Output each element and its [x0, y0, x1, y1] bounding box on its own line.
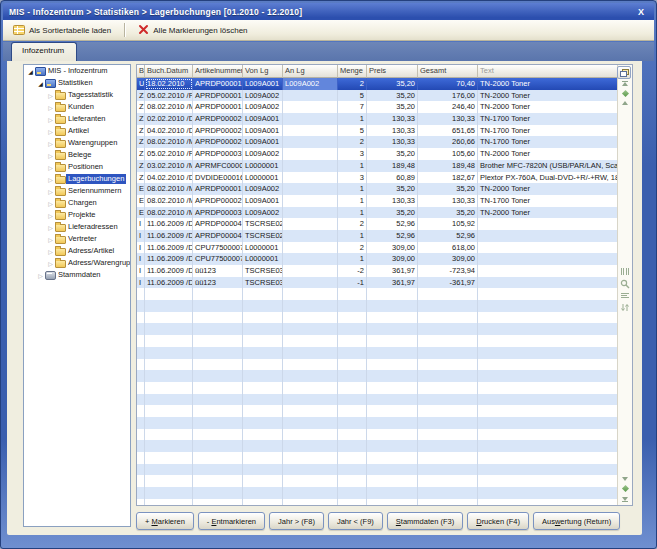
cell-von[interactable]: L0000001 [243, 172, 283, 184]
cell-flag[interactable]: I [137, 253, 145, 265]
cell-flag[interactable]: Z [137, 113, 145, 125]
cell-an[interactable] [283, 253, 338, 265]
cell-flag[interactable]: I [137, 218, 145, 230]
cell-menge[interactable]: 1 [338, 253, 367, 265]
cell-article[interactable] [193, 429, 243, 441]
cell-an[interactable] [283, 242, 338, 254]
table-empty-row[interactable] [137, 405, 618, 417]
cell-an[interactable] [283, 475, 338, 487]
clear-marks-button[interactable]: Alle Markierungen löschen [132, 21, 253, 40]
cell-article[interactable] [193, 452, 243, 464]
cell-gesamt[interactable] [418, 475, 478, 487]
cell-preis[interactable]: 361,97 [367, 277, 418, 289]
table-empty-row[interactable] [137, 382, 618, 394]
cell-preis[interactable] [367, 312, 418, 324]
cell-flag[interactable] [137, 417, 145, 429]
cell-menge[interactable]: 5 [338, 90, 367, 102]
table-row[interactable]: Z02.02.2010 /DiAPRDP00002L009A0011130,33… [137, 113, 618, 125]
cell-an[interactable] [283, 382, 338, 394]
cell-date[interactable] [145, 335, 193, 347]
cell-von[interactable]: L009A002 [243, 207, 283, 219]
cell-article[interactable]: üü123 [193, 265, 243, 277]
cell-menge[interactable]: 2 [338, 136, 367, 148]
cell-an[interactable] [283, 136, 338, 148]
cell-preis[interactable] [367, 359, 418, 371]
cell-text[interactable]: TN-2000 Toner [478, 183, 618, 195]
column-header-menge[interactable]: Menge [338, 65, 367, 78]
cell-gesamt[interactable] [418, 323, 478, 335]
table-row[interactable]: I11.06.2009 /DoCPU77500007L00000012309,0… [137, 242, 618, 254]
cell-date[interactable] [145, 394, 193, 406]
cell-menge[interactable]: -1 [338, 277, 367, 289]
cell-menge[interactable] [338, 475, 367, 487]
sort-arrows-icon[interactable] [620, 303, 630, 313]
cell-article[interactable] [193, 312, 243, 324]
cell-flag[interactable]: E [137, 207, 145, 219]
cell-text[interactable] [478, 464, 618, 476]
collapsed-triangle-icon[interactable]: ▷ [46, 176, 55, 183]
cell-text[interactable] [478, 359, 618, 371]
cell-menge[interactable]: 1 [338, 160, 367, 172]
table-empty-row[interactable] [137, 312, 618, 324]
cell-an[interactable] [283, 394, 338, 406]
cell-text[interactable] [478, 405, 618, 417]
cell-flag[interactable] [137, 487, 145, 499]
cell-gesamt[interactable] [418, 499, 478, 505]
cell-an[interactable] [283, 359, 338, 371]
cell-an[interactable] [283, 277, 338, 289]
collapsed-triangle-icon[interactable]: ▷ [46, 188, 55, 195]
cell-preis[interactable] [367, 429, 418, 441]
cell-gesamt[interactable]: 260,66 [418, 136, 478, 148]
cell-gesamt[interactable] [418, 464, 478, 476]
cell-menge[interactable]: 3 [338, 148, 367, 160]
cell-text[interactable]: TN-1700 Toner [478, 195, 618, 207]
cell-flag[interactable] [137, 300, 145, 312]
cell-menge[interactable] [338, 312, 367, 324]
cell-date[interactable] [145, 370, 193, 382]
cell-date[interactable]: 08.02.2010 /Mo [145, 183, 193, 195]
cell-date[interactable]: 05.02.2010 /Fr [145, 90, 193, 102]
collapsed-triangle-icon[interactable]: ▷ [46, 140, 55, 147]
tree-item-seriennummern[interactable]: ▷Seriennummern [24, 185, 130, 197]
cell-flag[interactable] [137, 312, 145, 324]
cell-text[interactable] [478, 335, 618, 347]
cell-preis[interactable] [367, 440, 418, 452]
cell-text[interactable] [478, 242, 618, 254]
cell-flag[interactable]: U [137, 78, 145, 90]
cell-preis[interactable] [367, 394, 418, 406]
cell-von[interactable] [243, 323, 283, 335]
table-empty-row[interactable] [137, 335, 618, 347]
cell-gesamt[interactable] [418, 312, 478, 324]
expanded-triangle-icon[interactable]: ◢ [36, 80, 45, 87]
table-row[interactable]: Z08.02.2010 /MoAPRDP00002L009A0012130,33… [137, 136, 618, 148]
cell-gesamt[interactable]: 309,00 [418, 253, 478, 265]
cell-von[interactable] [243, 475, 283, 487]
cell-menge[interactable]: 2 [338, 242, 367, 254]
cell-menge[interactable] [338, 452, 367, 464]
cell-article[interactable]: CPU77500007 [193, 242, 243, 254]
cell-an[interactable] [283, 335, 338, 347]
cell-article[interactable] [193, 464, 243, 476]
tree-item-lieferanten[interactable]: ▷Lieferanten [24, 113, 130, 125]
cell-date[interactable]: 08.02.2010 /Mo [145, 207, 193, 219]
drucken-f4-button[interactable]: Drucken (F4) [467, 512, 529, 530]
cell-flag[interactable] [137, 499, 145, 505]
cell-an[interactable] [283, 452, 338, 464]
cell-preis[interactable] [367, 382, 418, 394]
cell-gesamt[interactable] [418, 335, 478, 347]
cell-an[interactable] [283, 172, 338, 184]
cell-von[interactable]: TSCRSE03 [243, 277, 283, 289]
table-row[interactable]: Z03.02.2010 /MiAPRMFC00001L00000011189,4… [137, 160, 618, 172]
collapsed-triangle-icon[interactable]: ▷ [46, 152, 55, 159]
cell-gesamt[interactable]: -723,94 [418, 265, 478, 277]
cell-gesamt[interactable] [418, 429, 478, 441]
cell-article[interactable]: APRDP00004 [193, 218, 243, 230]
cell-von[interactable]: L0000001 [243, 242, 283, 254]
cell-preis[interactable]: 130,33 [367, 136, 418, 148]
cell-gesamt[interactable]: 35,20 [418, 207, 478, 219]
cell-date[interactable]: 08.02.2010 /Mo [145, 195, 193, 207]
cell-flag[interactable]: Z [137, 90, 145, 102]
scroll-down-icon[interactable] [618, 477, 632, 481]
table-empty-row[interactable] [137, 452, 618, 464]
cell-text[interactable] [478, 452, 618, 464]
